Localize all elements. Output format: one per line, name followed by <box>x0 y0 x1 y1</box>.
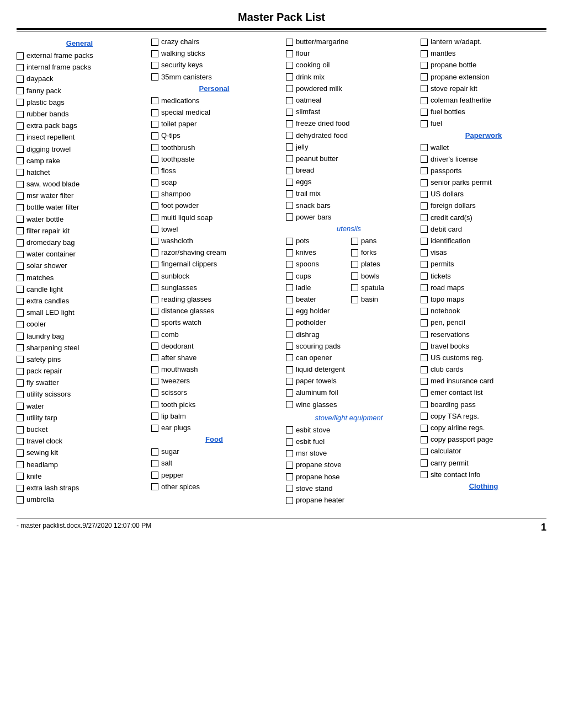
checkbox[interactable] <box>151 342 158 350</box>
checkbox[interactable] <box>286 366 293 373</box>
checkbox[interactable] <box>286 238 293 245</box>
checkbox[interactable] <box>286 179 293 186</box>
checkbox[interactable] <box>151 249 158 256</box>
checkbox[interactable] <box>421 413 428 420</box>
checkbox[interactable] <box>17 286 24 293</box>
checkbox[interactable] <box>421 167 428 174</box>
checkbox[interactable] <box>17 192 24 200</box>
checkbox[interactable] <box>151 272 158 280</box>
checkbox[interactable] <box>421 331 428 338</box>
checkbox[interactable] <box>286 342 293 350</box>
checkbox[interactable] <box>421 144 428 151</box>
checkbox[interactable] <box>286 190 293 197</box>
checkbox[interactable] <box>421 296 428 303</box>
section-header[interactable]: Clothing <box>421 482 546 490</box>
checkbox[interactable] <box>286 485 293 492</box>
checkbox[interactable] <box>286 261 293 268</box>
section-header[interactable]: utensils <box>286 224 412 233</box>
checkbox[interactable] <box>286 213 293 221</box>
checkbox[interactable] <box>286 50 293 57</box>
checkbox[interactable] <box>151 472 158 479</box>
checkbox[interactable] <box>151 62 158 69</box>
checkbox[interactable] <box>421 459 428 467</box>
checkbox[interactable] <box>286 97 293 104</box>
checkbox[interactable] <box>17 461 24 468</box>
checkbox[interactable] <box>17 391 24 398</box>
checkbox[interactable] <box>151 483 158 490</box>
checkbox[interactable] <box>151 191 158 198</box>
checkbox[interactable] <box>17 274 24 281</box>
checkbox[interactable] <box>17 157 24 164</box>
checkbox[interactable] <box>286 167 293 174</box>
checkbox[interactable] <box>421 97 428 104</box>
checkbox[interactable] <box>17 379 24 387</box>
checkbox[interactable] <box>421 214 428 221</box>
checkbox[interactable] <box>421 471 428 478</box>
checkbox[interactable] <box>421 261 428 268</box>
checkbox[interactable] <box>421 401 428 408</box>
checkbox[interactable] <box>17 309 24 317</box>
checkbox[interactable] <box>351 261 358 268</box>
checkbox[interactable] <box>17 239 24 247</box>
checkbox[interactable] <box>17 414 24 421</box>
section-header[interactable]: Personal <box>151 84 277 93</box>
checkbox[interactable] <box>17 263 24 270</box>
checkbox[interactable] <box>17 344 24 351</box>
checkbox[interactable] <box>17 134 24 141</box>
checkbox[interactable] <box>286 378 293 385</box>
checkbox[interactable] <box>421 319 428 326</box>
checkbox[interactable] <box>151 109 158 116</box>
checkbox[interactable] <box>151 448 158 456</box>
checkbox[interactable] <box>421 378 428 385</box>
checkbox[interactable] <box>151 144 158 151</box>
checkbox[interactable] <box>421 436 428 443</box>
checkbox[interactable] <box>286 389 293 397</box>
checkbox[interactable] <box>151 261 158 268</box>
checkbox[interactable] <box>421 156 428 163</box>
checkbox[interactable] <box>151 308 158 315</box>
section-header[interactable]: stove/light equipment <box>286 414 412 422</box>
checkbox[interactable] <box>286 155 293 162</box>
checkbox[interactable] <box>421 272 428 280</box>
checkbox[interactable] <box>351 296 358 303</box>
checkbox[interactable] <box>151 238 158 245</box>
checkbox[interactable] <box>17 403 24 410</box>
checkbox[interactable] <box>17 321 24 328</box>
checkbox[interactable] <box>151 401 158 408</box>
checkbox[interactable] <box>286 39 293 46</box>
checkbox[interactable] <box>286 473 293 480</box>
checkbox[interactable] <box>421 85 428 92</box>
checkbox[interactable] <box>151 226 158 233</box>
checkbox[interactable] <box>151 366 158 373</box>
checkbox[interactable] <box>286 462 293 469</box>
checkbox[interactable] <box>151 331 158 338</box>
checkbox[interactable] <box>151 202 158 210</box>
checkbox[interactable] <box>421 366 428 373</box>
checkbox[interactable] <box>351 249 358 256</box>
checkbox[interactable] <box>151 319 158 326</box>
checkbox[interactable] <box>151 425 158 432</box>
section-header[interactable]: Paperwork <box>421 131 546 140</box>
checkbox[interactable] <box>151 179 158 186</box>
checkbox[interactable] <box>421 389 428 397</box>
checkbox[interactable] <box>421 425 428 432</box>
checkbox[interactable] <box>151 296 158 303</box>
checkbox[interactable] <box>421 238 428 245</box>
checkbox[interactable] <box>421 226 428 233</box>
checkbox[interactable] <box>151 132 158 140</box>
checkbox[interactable] <box>17 438 24 445</box>
checkbox[interactable] <box>151 97 158 104</box>
checkbox[interactable] <box>351 272 358 280</box>
checkbox[interactable] <box>421 249 428 256</box>
checkbox[interactable] <box>17 496 24 504</box>
checkbox[interactable] <box>286 331 293 338</box>
checkbox[interactable] <box>17 204 24 211</box>
checkbox[interactable] <box>151 378 158 385</box>
checkbox[interactable] <box>421 354 428 361</box>
checkbox[interactable] <box>17 449 24 457</box>
checkbox[interactable] <box>286 438 293 446</box>
checkbox[interactable] <box>151 73 158 81</box>
checkbox[interactable] <box>421 62 428 69</box>
checkbox[interactable] <box>286 284 293 291</box>
checkbox[interactable] <box>17 169 24 176</box>
